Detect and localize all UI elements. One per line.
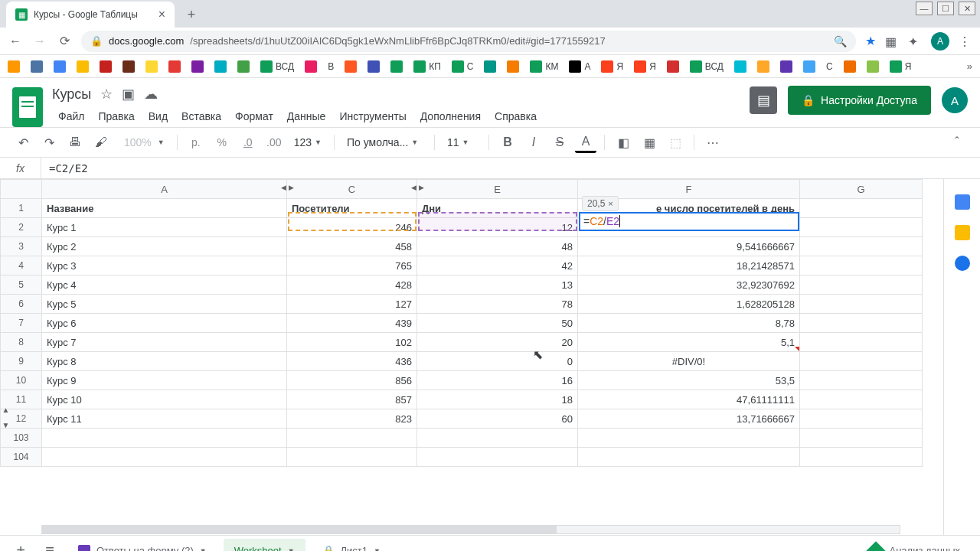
tasks-icon[interactable] (955, 256, 970, 271)
bookmark-item[interactable]: В (328, 61, 334, 72)
bookmark-icon[interactable] (122, 60, 135, 73)
redo-button[interactable]: ↷ (38, 132, 60, 153)
print-button[interactable]: 🖶 (64, 132, 86, 153)
column-group-toggle[interactable]: ◀ ▶ (411, 184, 424, 191)
explore-button[interactable]: Анализ данных (858, 544, 971, 552)
bookmark-item[interactable]: С (826, 61, 833, 72)
horizontal-scrollbar[interactable] (41, 525, 900, 534)
bookmark-icon[interactable] (484, 60, 496, 73)
menu-data[interactable]: Данные (281, 107, 332, 126)
add-sheet-button[interactable]: + (9, 540, 32, 552)
bookmark-icon[interactable] (77, 60, 89, 73)
undo-button[interactable]: ↶ (12, 132, 34, 153)
number-format-select[interactable]: 123▼ (289, 132, 326, 152)
bookmark-icon[interactable] (214, 60, 227, 73)
row-group-toggle[interactable]: ▼ (0, 421, 11, 429)
extensions-menu-icon[interactable]: ✦ (908, 34, 922, 48)
forward-button[interactable]: → (32, 34, 47, 49)
decrease-decimal-button[interactable]: .0 (237, 132, 259, 153)
bookmark-icon[interactable] (145, 60, 158, 73)
bookmark-icon[interactable] (867, 60, 879, 73)
move-folder-icon[interactable]: ▣ (122, 86, 135, 103)
spreadsheet-grid[interactable]: ACEFG1НазваниеПосетителиДние число посет… (0, 179, 943, 535)
bookmark-icon[interactable] (237, 60, 250, 73)
search-engine-icon[interactable]: 🔍 (834, 35, 847, 47)
sheets-logo-icon[interactable] (12, 87, 43, 127)
document-title[interactable]: Курсы (52, 86, 91, 103)
more-button[interactable]: ⋯ (702, 132, 724, 153)
close-button[interactable]: ✕ (959, 2, 975, 15)
sheet-tab-list1[interactable]: 🔒 Лист1▼ (312, 539, 391, 552)
text-color-button[interactable]: A (575, 132, 596, 153)
account-avatar[interactable]: А (942, 87, 968, 113)
browser-menu-icon[interactable]: ⋮ (959, 34, 972, 48)
column-group-toggle[interactable]: ◀ ▶ (281, 184, 294, 191)
borders-button[interactable]: ▦ (639, 132, 660, 153)
bookmark-icon[interactable] (100, 60, 112, 73)
bookmark-icon[interactable] (8, 60, 20, 73)
browser-tab[interactable]: ▦ Курсы - Google Таблицы × (6, 2, 175, 28)
bookmark-icon[interactable] (191, 60, 204, 73)
menu-view[interactable]: Вид (142, 107, 174, 126)
sheet-tab-responses[interactable]: Ответы на форму (2)▼ (67, 539, 217, 552)
menu-edit[interactable]: Правка (92, 107, 140, 126)
bookmark-icon[interactable] (168, 60, 181, 73)
bookmark-item[interactable]: Я (601, 60, 623, 73)
minimize-button[interactable]: — (916, 2, 933, 15)
menu-insert[interactable]: Вставка (175, 107, 227, 126)
bookmark-item[interactable]: Я (890, 60, 912, 73)
bookmark-item[interactable]: КМ (530, 60, 558, 73)
bookmark-item[interactable]: А (569, 60, 590, 73)
bookmark-item[interactable]: Я (634, 60, 656, 73)
maximize-button[interactable]: ☐ (937, 2, 954, 15)
tab-close-icon[interactable]: × (158, 8, 165, 21)
bookmark-icon[interactable] (734, 60, 746, 73)
bookmark-item[interactable]: С (452, 60, 474, 73)
bookmark-icon[interactable] (507, 60, 519, 73)
bookmark-icon[interactable] (780, 60, 792, 73)
bookmark-item[interactable] (390, 60, 403, 73)
percent-button[interactable]: % (211, 132, 233, 153)
bookmark-icon[interactable] (345, 60, 357, 73)
url-input[interactable]: 🔒 docs.google.com/spreadsheets/d/1huUtZ0… (81, 31, 856, 52)
italic-button[interactable]: I (523, 132, 544, 153)
font-size-select[interactable]: 11▼ (443, 132, 481, 152)
bookmarks-overflow-icon[interactable]: » (967, 60, 972, 72)
keep-icon[interactable] (955, 225, 970, 240)
formula-input[interactable]: =C2/E2 (41, 162, 980, 174)
reload-button[interactable]: ⟳ (57, 34, 72, 49)
strikethrough-button[interactable]: S (549, 132, 570, 153)
close-hint-icon[interactable]: × (608, 199, 612, 208)
menu-tools[interactable]: Инструменты (333, 107, 412, 126)
profile-avatar[interactable]: А (931, 32, 949, 51)
merge-button[interactable]: ⬚ (665, 132, 686, 153)
fill-color-button[interactable]: ◧ (612, 132, 634, 153)
bookmark-icon[interactable] (667, 60, 679, 73)
comments-button[interactable]: ▤ (750, 86, 777, 114)
cloud-status-icon[interactable]: ☁ (144, 86, 158, 103)
menu-addons[interactable]: Дополнения (414, 107, 487, 126)
collapse-toolbar-button[interactable]: ˆ (946, 132, 968, 153)
currency-button[interactable]: р. (185, 132, 207, 153)
bookmark-icon[interactable] (31, 60, 43, 73)
menu-format[interactable]: Формат (229, 107, 279, 126)
bookmark-star-icon[interactable]: ★ (865, 34, 876, 48)
extension-icon[interactable]: ▦ (885, 34, 899, 48)
bookmark-icon[interactable] (54, 60, 66, 73)
bookmark-item[interactable]: ВСД (690, 60, 724, 73)
sheet-tab-worksheet[interactable]: Worksheet▼ (224, 539, 305, 552)
all-sheets-button[interactable]: ≡ (38, 540, 61, 552)
menu-help[interactable]: Справка (488, 107, 543, 126)
star-icon[interactable]: ☆ (100, 86, 113, 103)
row-group-toggle[interactable]: ▲ (0, 406, 11, 414)
zoom-select[interactable]: 100%▼ (116, 132, 169, 152)
bold-button[interactable]: B (497, 132, 518, 153)
paint-format-button[interactable]: 🖌 (90, 132, 112, 153)
increase-decimal-button[interactable]: .00 (263, 132, 285, 153)
bookmark-item[interactable]: КП (413, 60, 441, 73)
new-tab-button[interactable]: + (181, 4, 202, 25)
share-button[interactable]: 🔒 Настройки Доступа (788, 86, 931, 115)
back-button[interactable]: ← (8, 34, 23, 49)
font-select[interactable]: По умолча...▼ (342, 132, 426, 152)
calendar-icon[interactable] (955, 194, 970, 210)
